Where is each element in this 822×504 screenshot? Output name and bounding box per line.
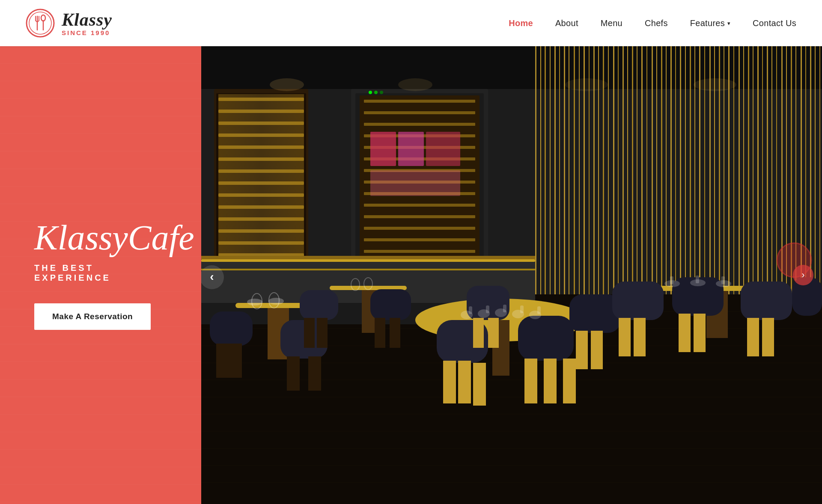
logo-since: SINCE 1990 <box>62 30 112 36</box>
hero-subtitle: THE BEST EXPERIENCE <box>34 263 167 283</box>
svg-rect-135 <box>216 344 229 378</box>
svg-rect-42 <box>364 204 475 207</box>
nav-about[interactable]: About <box>555 18 578 28</box>
svg-rect-154 <box>518 316 574 361</box>
svg-rect-196 <box>696 276 699 283</box>
svg-rect-34 <box>364 111 475 114</box>
hero-cafe-title: KlassyCafe <box>34 220 194 255</box>
nav-features[interactable]: Features ▾ <box>690 18 730 28</box>
svg-rect-147 <box>390 318 400 348</box>
svg-rect-174 <box>762 318 774 356</box>
svg-rect-191 <box>537 306 541 314</box>
svg-point-178 <box>247 299 262 305</box>
svg-rect-189 <box>503 305 506 312</box>
svg-point-204 <box>380 91 383 94</box>
svg-rect-159 <box>473 318 484 348</box>
svg-rect-168 <box>634 318 646 356</box>
svg-rect-167 <box>619 318 631 356</box>
svg-point-203 <box>374 91 378 94</box>
svg-rect-195 <box>670 276 673 284</box>
svg-rect-33 <box>364 100 475 103</box>
svg-rect-43 <box>364 215 475 218</box>
svg-rect-45 <box>364 238 475 241</box>
svg-rect-129 <box>201 256 535 259</box>
svg-rect-156 <box>544 359 557 403</box>
svg-rect-160 <box>488 318 499 348</box>
nav-chefs[interactable]: Chefs <box>645 18 668 28</box>
svg-rect-151 <box>443 361 456 403</box>
nav-menu[interactable]: Menu <box>601 18 622 28</box>
svg-text:‹: ‹ <box>210 270 214 283</box>
svg-point-202 <box>369 91 372 94</box>
svg-rect-54 <box>370 170 460 196</box>
svg-rect-130 <box>201 259 535 262</box>
main-nav: Home About Menu Chefs Features ▾ Contact… <box>509 18 796 28</box>
svg-point-200 <box>565 78 608 91</box>
svg-rect-139 <box>308 356 321 391</box>
svg-rect-145 <box>370 289 411 320</box>
svg-rect-187 <box>469 306 472 314</box>
chevron-down-icon: ▾ <box>727 20 730 27</box>
hero-section: KlassyCafe THE BEST EXPERIENCE Make A Re… <box>0 46 822 504</box>
svg-rect-136 <box>229 344 242 378</box>
svg-rect-163 <box>591 331 603 369</box>
svg-point-198 <box>270 78 304 91</box>
svg-rect-152 <box>458 361 471 403</box>
svg-rect-144 <box>317 318 328 348</box>
site-header: Klassy SINCE 1990 Home About Menu Chefs … <box>0 0 822 46</box>
svg-rect-52 <box>398 132 424 166</box>
svg-rect-166 <box>612 282 664 320</box>
svg-point-201 <box>694 78 736 91</box>
svg-rect-46 <box>364 250 475 253</box>
svg-rect-155 <box>524 359 537 403</box>
hero-right-panel: ‹ › <box>201 46 822 504</box>
svg-rect-171 <box>694 314 706 352</box>
svg-rect-35 <box>364 123 475 126</box>
hero-left-panel: KlassyCafe THE BEST EXPERIENCE Make A Re… <box>0 46 201 504</box>
svg-rect-197 <box>721 276 725 284</box>
svg-rect-142 <box>300 290 338 320</box>
svg-point-0 <box>27 9 54 37</box>
chevron-right-icon: › <box>801 270 804 281</box>
svg-rect-173 <box>747 318 759 356</box>
svg-rect-53 <box>426 132 460 166</box>
svg-rect-162 <box>576 331 588 369</box>
logo-brand: Klassy <box>62 11 112 29</box>
restaurant-scene: ‹ <box>201 46 822 504</box>
make-reservation-button[interactable]: Make A Reservation <box>34 303 151 330</box>
svg-rect-131 <box>201 269 535 270</box>
logo-icon <box>26 9 55 38</box>
svg-rect-172 <box>741 282 792 320</box>
svg-point-179 <box>268 298 284 305</box>
svg-rect-170 <box>679 314 691 352</box>
nav-home[interactable]: Home <box>509 18 533 28</box>
svg-rect-134 <box>210 311 253 346</box>
svg-rect-146 <box>375 318 385 348</box>
hero-next-button[interactable]: › <box>793 265 813 285</box>
svg-rect-153 <box>473 363 486 406</box>
logo[interactable]: Klassy SINCE 1990 <box>26 9 112 38</box>
svg-rect-188 <box>486 305 489 313</box>
svg-point-1 <box>29 12 51 34</box>
svg-rect-143 <box>304 318 315 348</box>
logo-text: Klassy SINCE 1990 <box>62 11 112 36</box>
svg-point-199 <box>398 78 432 91</box>
svg-rect-138 <box>287 356 300 391</box>
nav-contact[interactable]: Contact Us <box>753 18 796 28</box>
svg-rect-44 <box>364 227 475 230</box>
svg-rect-157 <box>563 359 576 403</box>
nav-features-link[interactable]: Features <box>690 18 725 28</box>
svg-rect-51 <box>370 132 396 166</box>
svg-rect-190 <box>520 305 524 313</box>
